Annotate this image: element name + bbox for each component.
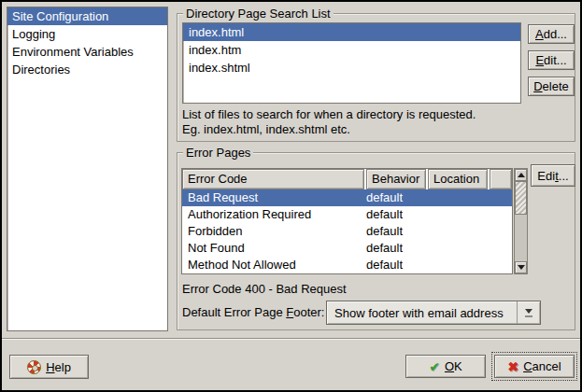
footer-dropdown-value: Show footer with email address	[327, 306, 517, 320]
scrollbar-thumb[interactable]	[515, 181, 527, 215]
category-list: Site Configuration Logging Environment V…	[7, 7, 168, 331]
error-pages-table: Error Code Behavior Location Bad Request…	[181, 168, 513, 274]
ok-button[interactable]: ✔ OK	[405, 355, 486, 378]
scrollbar-down-icon[interactable]	[515, 261, 527, 273]
table-scrollbar[interactable]	[514, 168, 528, 274]
directory-list-description: List of files to search for when a direc…	[182, 107, 476, 137]
column-header-filler	[490, 169, 512, 189]
delete-button[interactable]: Delete	[528, 77, 575, 96]
table-row[interactable]: Bad Request default	[182, 189, 512, 206]
directory-page-search-list-group: Directory Page Search List index.html in…	[177, 13, 575, 142]
table-row[interactable]: Method Not Allowed default	[182, 257, 512, 273]
list-item-index-htm[interactable]: index.htm	[183, 41, 520, 59]
edit-error-page-button[interactable]: Edit...	[531, 164, 575, 187]
table-row[interactable]: Authorization Required default	[182, 206, 512, 223]
add-button[interactable]: Add...	[528, 24, 575, 44]
column-header-location[interactable]: Location	[428, 169, 488, 189]
list-item-index-html[interactable]: index.html	[183, 23, 520, 41]
column-header-error-code[interactable]: Error Code	[182, 169, 364, 189]
directory-file-list: index.html index.htm index.shtml	[182, 22, 521, 104]
list-item-index-shtml[interactable]: index.shtml	[183, 59, 520, 77]
error-pages-group: Error Pages Error Code Behavior Location…	[177, 152, 575, 330]
sidebar-item-site-configuration[interactable]: Site Configuration	[7, 7, 167, 25]
sidebar-item-environment-variables[interactable]: Environment Variables	[7, 43, 167, 61]
cancel-button[interactable]: ✖ Cancel	[494, 355, 575, 378]
group-title: Error Pages	[183, 146, 253, 160]
x-icon: ✖	[507, 360, 518, 373]
divider	[2, 338, 580, 340]
table-row[interactable]: Forbidden default	[182, 223, 512, 240]
lifebuoy-icon	[27, 360, 41, 374]
table-row[interactable]: Not Found default	[182, 240, 512, 257]
footer-dropdown-label: Default Error Page Footer:	[182, 305, 324, 319]
selected-error-status: Error Code 400 - Bad Request	[182, 282, 347, 296]
table-header: Error Code Behavior Location	[182, 169, 512, 189]
group-title: Directory Page Search List	[183, 7, 334, 21]
edit-button[interactable]: Edit...	[528, 50, 575, 70]
chevron-down-icon	[517, 301, 540, 324]
footer-dropdown[interactable]: Show footer with email address	[326, 301, 541, 325]
help-button[interactable]: Help	[9, 355, 89, 379]
sidebar-item-logging[interactable]: Logging	[7, 25, 167, 43]
check-icon: ✔	[429, 360, 440, 373]
scrollbar-up-icon[interactable]	[515, 169, 527, 181]
site-configuration-dialog: Site Configuration Logging Environment V…	[0, 0, 582, 392]
column-header-behavior[interactable]: Behavior	[366, 169, 426, 189]
sidebar-item-directories[interactable]: Directories	[7, 61, 167, 78]
